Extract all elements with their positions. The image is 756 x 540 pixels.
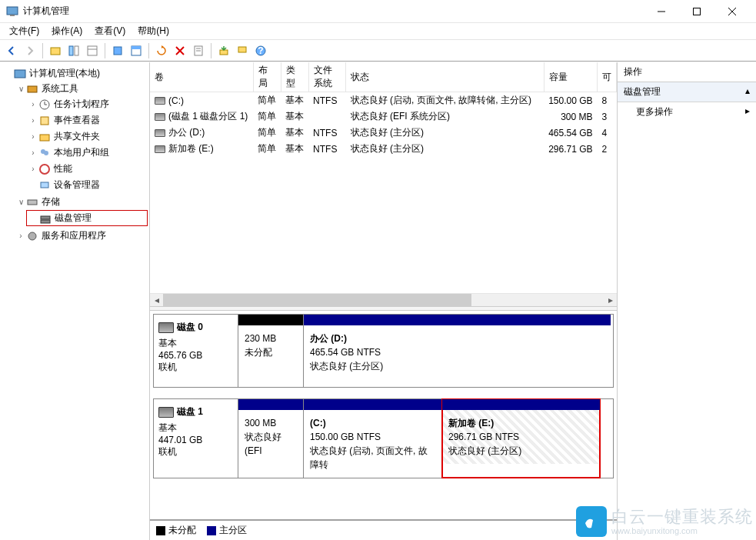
main-area: 计算机管理(本地) ∨系统工具 ›任务计划程序 ›事件查看器 ›共享文件夹 ›本… bbox=[0, 62, 756, 540]
disk-icon bbox=[158, 407, 174, 418]
col-layout[interactable]: 布局 bbox=[253, 62, 281, 92]
disk-graphic[interactable]: 磁盘 0基本465.76 GB联机230 MB未分配办公 (D:)465.54 … bbox=[150, 311, 617, 519]
tree-performance[interactable]: ›性能 bbox=[26, 162, 148, 176]
tb-icon-6[interactable] bbox=[215, 42, 232, 59]
legend-primary-swatch bbox=[207, 526, 216, 535]
partition[interactable]: 230 MB未分配 bbox=[238, 315, 304, 387]
svg-rect-0 bbox=[7, 7, 18, 15]
tree-root-label: 计算机管理(本地) bbox=[29, 67, 100, 80]
tree-event-viewer[interactable]: ›事件查看器 bbox=[26, 113, 148, 128]
legend: 未分配 主分区 bbox=[150, 519, 617, 540]
actions-header: 操作 bbox=[618, 62, 756, 82]
h-scrollbar[interactable]: ◂ ▸ bbox=[150, 293, 617, 306]
svg-rect-28 bbox=[41, 117, 48, 125]
back-button[interactable] bbox=[3, 42, 20, 59]
partition[interactable]: 办公 (D:)465.54 GB NTFS状态良好 (主分区) bbox=[304, 315, 611, 387]
tree-task-scheduler[interactable]: ›任务计划程序 bbox=[26, 97, 148, 112]
disk-row[interactable]: 磁盘 0基本465.76 GB联机230 MB未分配办公 (D:)465.54 … bbox=[153, 314, 614, 388]
menu-help[interactable]: 帮助(H) bbox=[132, 23, 175, 39]
table-row[interactable]: (C:)简单基本NTFS状态良好 (启动, 页面文件, 故障转储, 主分区)15… bbox=[150, 92, 617, 109]
tree-device-manager[interactable]: 设备管理器 bbox=[26, 178, 148, 192]
chevron-right-icon: ▸ bbox=[745, 105, 750, 118]
tree-system-tools-label: 系统工具 bbox=[42, 82, 78, 95]
disk-icon bbox=[158, 322, 174, 333]
svg-rect-9 bbox=[88, 46, 97, 55]
tb-icon-2[interactable] bbox=[65, 42, 82, 59]
volume-icon bbox=[155, 113, 165, 121]
col-filesystem[interactable]: 文件系统 bbox=[308, 62, 346, 92]
tree-root[interactable]: 计算机管理(本地) bbox=[2, 66, 148, 81]
partition[interactable]: (C:)150.00 GB NTFS状态良好 (启动, 页面文件, 故障转 bbox=[304, 399, 442, 478]
close-button[interactable] bbox=[714, 0, 750, 23]
tree-disk-management[interactable]: 磁盘管理 bbox=[26, 210, 148, 226]
menu-action[interactable]: 操作(A) bbox=[45, 23, 88, 39]
scroll-left-icon[interactable]: ◂ bbox=[150, 294, 163, 306]
partition-bar bbox=[238, 399, 303, 410]
disk-head[interactable]: 磁盘 1基本447.01 GB联机 bbox=[154, 399, 238, 478]
tree-local-users[interactable]: ›本地用户和组 bbox=[26, 145, 148, 160]
svg-rect-36 bbox=[41, 220, 50, 223]
partition-bar bbox=[304, 399, 441, 410]
svg-rect-1 bbox=[10, 15, 15, 16]
actions-section[interactable]: 磁盘管理▴ bbox=[618, 82, 756, 102]
scroll-right-icon[interactable]: ▸ bbox=[604, 294, 617, 306]
actions-more[interactable]: 更多操作▸ bbox=[618, 102, 756, 122]
col-capacity[interactable]: 容量 bbox=[544, 62, 597, 92]
svg-rect-3 bbox=[694, 8, 701, 15]
tb-icon-5[interactable] bbox=[128, 42, 145, 59]
tree-system-tools[interactable]: ∨系统工具 bbox=[14, 82, 148, 96]
svg-rect-24 bbox=[28, 86, 37, 92]
tree-shared-folders[interactable]: ›共享文件夹 bbox=[26, 129, 148, 144]
tb-icon-3[interactable] bbox=[84, 42, 101, 59]
maximize-button[interactable] bbox=[679, 0, 714, 23]
volume-icon bbox=[155, 145, 165, 153]
partition-bar bbox=[442, 399, 600, 410]
svg-rect-13 bbox=[132, 46, 141, 49]
svg-text:?: ? bbox=[258, 45, 263, 56]
tb-icon-7[interactable] bbox=[234, 42, 251, 59]
svg-point-32 bbox=[40, 165, 49, 174]
volume-list[interactable]: 卷 布局 类型 文件系统 状态 容量 可 (C:)简单基本NTFS状态良好 (启… bbox=[150, 62, 617, 293]
volume-icon bbox=[155, 129, 165, 137]
partition-bar bbox=[238, 315, 303, 325]
table-row[interactable]: 办公 (D:)简单基本NTFS状态良好 (主分区)465.54 GB4 bbox=[150, 125, 617, 141]
tree-storage[interactable]: ∨存储 bbox=[14, 195, 148, 209]
delete-button[interactable] bbox=[172, 42, 188, 59]
actions-pane: 操作 磁盘管理▴ 更多操作▸ bbox=[618, 62, 756, 540]
col-free[interactable]: 可 bbox=[598, 62, 617, 92]
refresh-button[interactable] bbox=[153, 42, 170, 59]
svg-rect-6 bbox=[51, 48, 60, 55]
collapse-icon: ▴ bbox=[745, 85, 750, 98]
scroll-thumb[interactable] bbox=[163, 294, 471, 306]
minimize-button[interactable] bbox=[644, 0, 679, 23]
svg-rect-33 bbox=[41, 182, 48, 188]
svg-rect-11 bbox=[114, 47, 122, 55]
partition[interactable]: 新加卷 (E:)296.71 GB NTFS状态良好 (主分区) bbox=[442, 399, 600, 478]
toolbar: ? bbox=[0, 40, 756, 62]
col-volume[interactable]: 卷 bbox=[150, 62, 253, 92]
svg-rect-8 bbox=[75, 46, 78, 55]
window-title: 计算机管理 bbox=[23, 5, 644, 18]
tree-services-apps[interactable]: ›服务和应用程序 bbox=[14, 228, 148, 243]
forward-button[interactable] bbox=[22, 42, 38, 59]
disk-head[interactable]: 磁盘 0基本465.76 GB联机 bbox=[154, 315, 238, 387]
col-type[interactable]: 类型 bbox=[281, 62, 308, 92]
partition[interactable]: 300 MB状态良好 (EFI bbox=[238, 399, 304, 478]
menubar: 文件(F) 操作(A) 查看(V) 帮助(H) bbox=[0, 23, 756, 40]
disk-row[interactable]: 磁盘 1基本447.01 GB联机300 MB状态良好 (EFI(C:)150.… bbox=[153, 398, 614, 478]
table-row[interactable]: 新加卷 (E:)简单基本NTFS状态良好 (主分区)296.71 GB2 bbox=[150, 141, 617, 157]
menu-view[interactable]: 查看(V) bbox=[88, 23, 132, 39]
volume-icon bbox=[155, 97, 165, 105]
col-status[interactable]: 状态 bbox=[346, 62, 544, 92]
help-button[interactable]: ? bbox=[252, 42, 269, 59]
table-row[interactable]: (磁盘 1 磁盘分区 1)简单基本状态良好 (EFI 系统分区)300 MB3 bbox=[150, 108, 617, 125]
tb-icon-4[interactable] bbox=[109, 42, 126, 59]
nav-tree[interactable]: 计算机管理(本地) ∨系统工具 ›任务计划程序 ›事件查看器 ›共享文件夹 ›本… bbox=[0, 62, 150, 540]
partition-bar bbox=[304, 315, 611, 325]
legend-unalloc-swatch bbox=[156, 526, 165, 535]
svg-rect-34 bbox=[28, 200, 37, 205]
properties-button[interactable] bbox=[190, 42, 207, 59]
tb-icon-1[interactable] bbox=[47, 42, 64, 59]
menu-file[interactable]: 文件(F) bbox=[3, 23, 45, 39]
svg-point-37 bbox=[28, 232, 36, 240]
